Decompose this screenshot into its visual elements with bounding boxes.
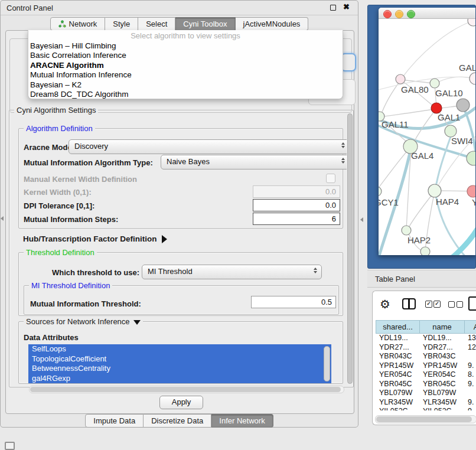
tab-select[interactable]: Select (138, 17, 175, 31)
network-node-gal80[interactable] (396, 74, 405, 84)
hub-tf-definition-toggle[interactable]: Hub/Transcription Factor Definition (23, 234, 167, 243)
close-red-icon[interactable] (383, 10, 392, 18)
attribute-item-topologicalcoefficient[interactable]: TopologicalCoefficient (28, 354, 331, 364)
tab-cyni-toolbox[interactable]: Cyni Toolbox (175, 17, 235, 31)
table-row[interactable]: YDR27...YDR27...12 (376, 343, 476, 353)
vertical-scrollbar-thumb[interactable] (347, 113, 353, 384)
mi-algorithm-type-select[interactable]: Naive Bayes (161, 155, 350, 169)
cell: YDL19... (419, 334, 464, 343)
panel-splitter-handle[interactable] (360, 217, 363, 222)
network-node-hap4[interactable] (428, 184, 441, 197)
table-row[interactable]: YBR045CYBR045C9. (376, 380, 476, 389)
dpi-tolerance-input[interactable] (253, 199, 340, 211)
checked-boxes-icon[interactable]: ✓ (425, 301, 432, 308)
tab-discretize-data[interactable]: Discretize Data (144, 414, 211, 428)
table-scrollbar-thumb[interactable] (376, 416, 472, 422)
column-header-name[interactable]: name (419, 320, 464, 334)
mi-steps-input[interactable] (253, 213, 340, 225)
attribute-item-gal4rgexp[interactable]: gal4RGexp (28, 374, 331, 384)
network-node-gcy1[interactable] (379, 187, 382, 196)
mi-threshold-input[interactable] (251, 296, 336, 308)
network-node-gal10[interactable] (430, 79, 439, 88)
spinner-arrows-icon (314, 268, 317, 273)
network-canvas[interactable]: GALGAL80GAL10GAL1GAL11SWI4GAL4GCY1HAP4YH… (379, 19, 476, 255)
column-header-a[interactable]: A (464, 320, 476, 334)
tab-jactivemnodules[interactable]: jActiveMNodules (236, 17, 309, 31)
which-threshold-select[interactable]: MI Threshold (142, 265, 322, 279)
left-splitter-handle[interactable] (1, 216, 4, 221)
unchecked-boxes-icon[interactable] (448, 301, 455, 308)
float-square-icon[interactable] (330, 5, 336, 11)
network-node[interactable] (467, 151, 476, 165)
node-label-gcy1: GCY1 (379, 197, 399, 207)
network-node-y[interactable] (467, 185, 476, 197)
network-edge[interactable] (435, 133, 452, 190)
checked-boxes-icon[interactable]: ✓ (433, 301, 441, 308)
node-label-gal80: GAL80 (401, 84, 429, 94)
data-attributes-list[interactable]: SelfLoopsTopologicalCoefficientBetweenne… (28, 344, 331, 383)
algorithm-option-dream8-dc-tdc-algorithm[interactable]: Dream8 DC_TDC Algorithm (28, 90, 343, 99)
unchecked-boxes-icon[interactable] (457, 301, 463, 308)
column-header-shared[interactable]: shared... (376, 320, 419, 334)
tab-impute-data[interactable]: Impute Data (85, 414, 144, 428)
network-node-gal[interactable] (470, 73, 476, 84)
table-row[interactable]: YBL079WYBL079W (376, 389, 476, 398)
horizontal-scrollbar[interactable] (29, 386, 344, 393)
table-row[interactable]: YPR145WYPR145W9. (376, 361, 476, 371)
algorithm-option-bayesian-k2[interactable]: Bayesian – K2 (28, 80, 343, 90)
expand-right-icon (162, 235, 167, 243)
vertical-scrollbar[interactable] (347, 113, 353, 386)
node-label-y: Y (472, 197, 476, 207)
table-row[interactable]: YDL19...YDL19...13 (376, 334, 476, 343)
algorithm-option-bayesian-hill-climbing[interactable]: Bayesian – Hill Climbing (28, 41, 343, 51)
minimize-yellow-icon[interactable] (395, 10, 403, 18)
columns-icon[interactable] (402, 298, 416, 309)
node-label-swi4: SWI4 (451, 136, 473, 146)
network-window-titlebar[interactable] (379, 8, 476, 19)
network-node[interactable] (468, 19, 476, 26)
network-node-swi4[interactable] (445, 125, 457, 137)
network-edge[interactable] (379, 150, 408, 190)
zoom-green-icon[interactable] (407, 10, 415, 18)
table-body: YDL19...YDL19...13YDR27...YDR27...12YBR0… (376, 334, 476, 410)
network-node-hap2[interactable] (402, 226, 411, 235)
tab-style[interactable]: Style (105, 17, 138, 31)
tab-network[interactable]: Network (50, 17, 106, 31)
table-row[interactable]: YBR043CYBR043C (376, 352, 476, 361)
horizontal-scrollbar-thumb[interactable] (30, 387, 341, 392)
aracne-mode-select[interactable]: Discovery (69, 139, 350, 154)
table-horizontal-scrollbar[interactable] (375, 415, 476, 423)
network-edge[interactable] (380, 109, 436, 117)
network-edge[interactable] (401, 80, 433, 83)
tab-infer-network[interactable]: Infer Network (211, 414, 273, 428)
manual-kernel-width-checkbox[interactable] (326, 174, 335, 183)
table-row[interactable]: YLR345WYLR345W9. (376, 398, 476, 407)
attribute-item-selfloops[interactable]: SelfLoops (28, 344, 331, 354)
network-edge[interactable] (426, 224, 476, 255)
algorithm-dropdown-popup: Select algorithm to view settings Bayesi… (28, 30, 343, 99)
network-icon (58, 20, 66, 28)
apply-button[interactable]: Apply (159, 396, 203, 409)
cell: YIL052C (376, 407, 419, 410)
gear-icon[interactable]: ⚙ (380, 297, 390, 311)
algorithm-option-basic-correlation-inference[interactable]: Basic Correlation Inference (28, 51, 343, 60)
algorithm-option-mutual-information-inference[interactable]: Mutual Information Inference (28, 70, 343, 80)
sources-title[interactable]: Sources for Network Inference (24, 317, 143, 326)
algorithm-option-aracne-algorithm[interactable]: ARACNE Algorithm (28, 61, 343, 70)
close-x-icon[interactable]: ✖ (343, 2, 350, 11)
cell: YPR145W (419, 361, 464, 371)
document-icon[interactable] (468, 296, 476, 311)
table-row[interactable]: YER054CYER054C8. (376, 370, 476, 380)
attribute-item-betweennesscentrality[interactable]: BetweennessCentrality (28, 364, 331, 374)
network-node[interactable] (457, 99, 470, 112)
list-scrollbar-thumb[interactable] (324, 346, 330, 381)
cell: YBR043C (376, 352, 419, 361)
dock-panel-icon[interactable] (5, 442, 15, 450)
table-row[interactable]: YIL052CYIL052C9 (376, 407, 476, 410)
settings-group-title: Cyni Algorithm Settings (14, 106, 98, 115)
mi-threshold-label: Mutual Information Threshold: (30, 299, 141, 308)
network-node[interactable] (420, 247, 430, 255)
panel-title: Control Panel (6, 1, 53, 15)
cell: YBL079W (419, 389, 464, 398)
cell: YER054C (376, 370, 419, 380)
